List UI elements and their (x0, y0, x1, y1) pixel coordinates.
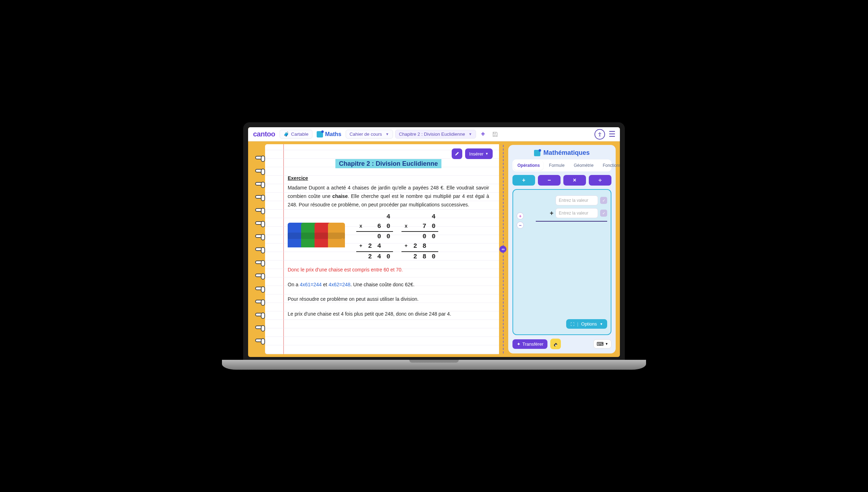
toolbar: cantoo 🧳 Cartable Maths Cahier de cours … (248, 127, 620, 141)
tab-operations[interactable]: Opérations (514, 161, 543, 170)
math-icon (317, 131, 323, 137)
chevron-down-icon: ▼ (600, 322, 603, 326)
accessibility-button[interactable] (594, 129, 605, 140)
sparkle-icon: ✦ (517, 341, 521, 347)
split-divider[interactable]: ⇔ (499, 141, 507, 357)
notebook-spiral (255, 141, 265, 357)
chevron-down-icon: ▼ (386, 132, 389, 136)
eraser-button[interactable] (550, 339, 561, 349)
cartable-label: Cartable (291, 131, 309, 137)
op-multiply-button[interactable]: × (563, 175, 586, 186)
chevron-down-icon: ▼ (469, 132, 472, 136)
tab-geometrie[interactable]: Géométrie (570, 161, 597, 170)
keyboard-button[interactable]: ⌨ ▼ (593, 339, 611, 348)
op-plus-button[interactable]: + (512, 175, 535, 186)
page-title: Chapitre 2 : Division Euclidienne (288, 158, 489, 169)
subject-indicator: Maths (315, 131, 344, 137)
subject-label: Maths (325, 131, 341, 137)
op-minus-button[interactable]: − (538, 175, 561, 186)
add-row-button[interactable]: + (517, 212, 524, 219)
options-button[interactable]: ⛶ | Options ▼ (566, 319, 607, 329)
resize-handle-icon[interactable]: ⇔ (499, 246, 506, 253)
remove-row-button[interactable]: − (517, 222, 524, 229)
math-panel: Mathématiques Opérations Formule Géométr… (507, 141, 620, 357)
eraser-icon (553, 341, 558, 347)
notebook-page[interactable]: Insérer ▼ Chapitre 2 : Division Euclidie… (265, 144, 499, 354)
calc-link-1[interactable]: 4x61=244 (300, 282, 322, 287)
multiplication-2: 4 x70 00 +28 280 (401, 212, 438, 262)
math-illustration-row: 4 x60 00 +24 240 4 x70 00 +28 (288, 212, 489, 262)
expand-icon: ⛶ (570, 322, 574, 326)
tab-fonctions[interactable]: Fonctions (599, 161, 620, 170)
work-area: + − Entrez la valeur ✓ + Entrez la valeu… (512, 189, 611, 335)
svg-point-0 (599, 132, 600, 133)
panel-title: Mathématiques (512, 149, 611, 157)
transfer-button[interactable]: ✦ Transférer (512, 339, 547, 349)
exercise-heading: Exercice (288, 174, 489, 183)
check-icon[interactable]: ✓ (600, 197, 607, 204)
plus-symbol: + (550, 210, 553, 217)
add-button[interactable]: + (478, 129, 488, 139)
transfer-label: Transférer (522, 341, 543, 347)
notebook-dd-label: Cahier de cours (350, 131, 382, 137)
chevron-down-icon: ▼ (605, 342, 608, 346)
check-icon[interactable]: ✓ (600, 210, 607, 217)
value-input-2[interactable]: Entrez la valeur (556, 208, 598, 218)
multiplication-1: 4 x60 00 +24 240 (356, 212, 393, 262)
op-divide-button[interactable]: ÷ (589, 175, 611, 186)
calc-line: On a 4x61=244 et 4x62=248. Une chaise co… (288, 281, 489, 289)
conclusion-red: Donc le prix d'une chaise est compris en… (288, 266, 489, 274)
menu-button[interactable]: ☰ (607, 130, 617, 139)
result-line (536, 221, 607, 222)
app-logo: cantoo (251, 130, 277, 138)
value-input-1[interactable]: Entrez la valeur (556, 195, 598, 205)
cartable-button[interactable]: 🧳 Cartable (280, 130, 312, 139)
text-line-4: Le prix d'une chaise est 4 fois plus pet… (288, 310, 489, 318)
exercise-text: Madame Dupont a acheté 4 chaises de jard… (288, 184, 489, 209)
panel-tabs: Opérations Formule Géométrie Fonctions ▶ (512, 159, 611, 171)
save-icon[interactable] (490, 129, 500, 139)
calc-link-2[interactable]: 4x62=248 (329, 282, 351, 287)
chairs-image (288, 219, 348, 254)
notebook-dropdown[interactable]: Cahier de cours ▼ (346, 130, 393, 139)
tab-formule[interactable]: Formule (545, 161, 568, 170)
chapter-dropdown[interactable]: Chapitre 2 : Division Euclidienne ▼ (395, 130, 476, 139)
options-label: Options (581, 321, 597, 327)
chapter-dd-label: Chapitre 2 : Division Euclidienne (399, 131, 465, 137)
text-line-3: Pour résoudre ce problème on peut aussi … (288, 295, 489, 304)
briefcase-icon: 🧳 (283, 131, 289, 137)
math-icon (534, 150, 540, 156)
keyboard-icon: ⌨ (597, 341, 604, 347)
